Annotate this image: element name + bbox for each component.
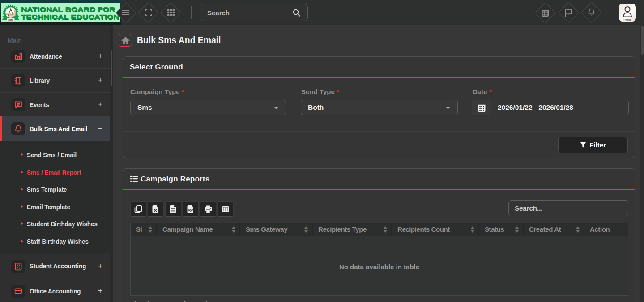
svg-text:NBTE: NBTE [8, 19, 13, 21]
